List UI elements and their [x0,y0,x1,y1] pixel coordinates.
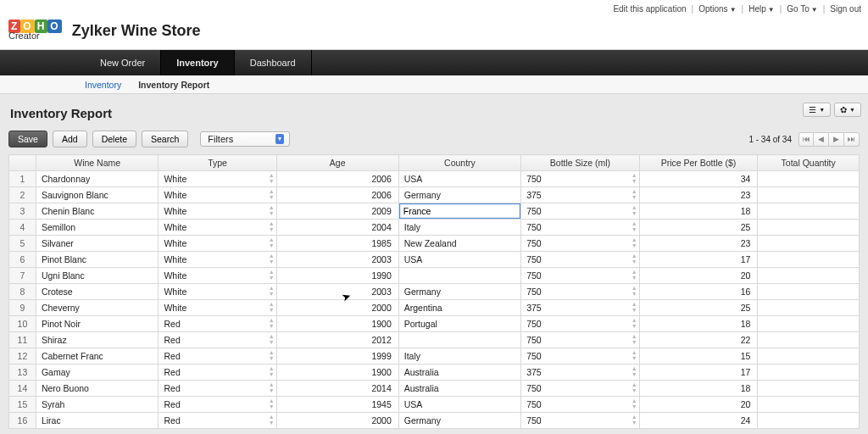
stepper-icon[interactable]: ▲▼ [632,365,637,377]
cell-price[interactable]: 24 [639,413,758,429]
stepper-icon[interactable]: ▲▼ [632,414,637,426]
stepper-icon[interactable]: ▲▼ [632,220,637,232]
cell-country[interactable]: Germany [398,284,520,300]
cell-qty[interactable] [758,268,860,284]
cell-bottle[interactable]: 750▲▼ [521,397,640,413]
cell-type[interactable]: White▲▼ [159,220,276,236]
stepper-icon[interactable]: ▲▼ [632,285,637,297]
cell-bottle[interactable]: 750▲▼ [521,316,640,332]
cell-price[interactable]: 16 [639,284,758,300]
cell-age[interactable]: 1900 [276,316,398,332]
cell-age[interactable]: 2003 [276,252,398,268]
help-menu[interactable]: Help▼ [748,4,775,14]
cell-country[interactable]: New Zealand [398,236,520,252]
cell-price[interactable]: 18 [639,316,758,332]
settings-menu-button[interactable]: ✿▼ [834,103,861,117]
cell-bottle[interactable]: 375▲▼ [521,364,640,381]
cell-wine-name[interactable]: Cabernet Franc [36,348,159,364]
cell-wine-name[interactable]: Lirac [36,413,159,429]
stepper-icon[interactable]: ▲▼ [632,349,637,361]
breadcrumb-inventory[interactable]: Inventory [85,80,121,90]
col-price[interactable]: Price Per Bottle ($) [639,155,758,171]
cell-type[interactable]: Red▲▼ [159,381,276,397]
cell-type[interactable]: White▲▼ [159,236,276,252]
stepper-icon[interactable]: ▲▼ [269,236,275,248]
cell-type[interactable]: White▲▼ [159,284,276,300]
cell-qty[interactable] [758,252,860,268]
stepper-icon[interactable]: ▲▼ [269,365,275,377]
cell-age[interactable]: 1900 [276,364,398,381]
col-country[interactable]: Country [398,155,520,171]
cell-price[interactable]: 17 [639,252,758,268]
cell-qty[interactable] [758,187,860,203]
col-age[interactable]: Age [276,155,398,171]
cell-country[interactable]: Germany [398,187,520,203]
cell-price[interactable]: 23 [639,187,758,203]
cell-qty[interactable] [758,236,860,252]
edit-app-link[interactable]: Edit this application [613,4,686,14]
stepper-icon[interactable]: ▲▼ [632,188,637,200]
col-wine-name[interactable]: Wine Name [36,155,159,171]
col-bottle[interactable]: Bottle Size (ml) [521,155,640,171]
cell-price[interactable]: 18 [639,203,758,220]
cell-qty[interactable] [758,381,860,397]
save-button[interactable]: Save [8,131,47,147]
stepper-icon[interactable]: ▲▼ [269,398,275,409]
stepper-icon[interactable]: ▲▼ [632,381,637,393]
search-button[interactable]: Search [142,131,188,147]
stepper-icon[interactable]: ▲▼ [269,317,275,329]
cell-price[interactable]: 20 [639,268,758,284]
stepper-icon[interactable]: ▲▼ [632,172,637,184]
stepper-icon[interactable]: ▲▼ [269,381,275,393]
cell-wine-name[interactable]: Sauvignon Blanc [36,187,159,203]
cell-age[interactable]: 2006 [276,171,398,187]
cell-bottle[interactable]: 750▲▼ [521,332,640,348]
cell-type[interactable]: White▲▼ [159,300,276,316]
stepper-icon[interactable]: ▲▼ [632,269,637,281]
cell-price[interactable]: 25 [639,220,758,236]
filters-dropdown[interactable]: Filters ▾ [200,131,290,147]
cell-wine-name[interactable]: Semillon [36,220,159,236]
cell-type[interactable]: White▲▼ [159,268,276,284]
stepper-icon[interactable]: ▲▼ [632,398,637,409]
tab-inventory[interactable]: Inventory [161,50,235,75]
stepper-icon[interactable]: ▲▼ [269,188,275,200]
cell-bottle[interactable]: 750▲▼ [521,268,640,284]
cell-wine-name[interactable]: Shiraz [36,332,159,348]
cell-qty[interactable] [758,171,860,187]
cell-bottle[interactable]: 750▲▼ [521,381,640,397]
cell-age[interactable]: 2012 [276,332,398,348]
stepper-icon[interactable]: ▲▼ [269,349,275,361]
cell-qty[interactable] [758,364,860,381]
cell-country[interactable]: USA [398,171,520,187]
cell-bottle[interactable]: 375▲▼ [521,300,640,316]
cell-bottle[interactable]: 750▲▼ [521,220,640,236]
cell-country[interactable]: Argentina [398,300,520,316]
cell-type[interactable]: White▲▼ [159,187,276,203]
cell-price[interactable]: 20 [639,397,758,413]
cell-type[interactable]: Red▲▼ [159,316,276,332]
cell-price[interactable]: 25 [639,300,758,316]
cell-qty[interactable] [758,284,860,300]
pager-next[interactable]: ▶ [829,132,844,147]
cell-qty[interactable] [758,332,860,348]
cell-country[interactable]: Australia [398,381,520,397]
cell-qty[interactable] [758,413,860,429]
stepper-icon[interactable]: ▲▼ [269,204,275,216]
options-menu[interactable]: Options▼ [698,4,736,14]
tab-dashboard[interactable]: Dashboard [235,50,312,75]
stepper-icon[interactable]: ▲▼ [269,301,275,313]
cell-age[interactable]: 1985 [276,236,398,252]
cell-price[interactable]: 15 [639,348,758,364]
signout-link[interactable]: Sign out [830,4,861,14]
pager-last[interactable]: ⏭ [844,132,860,147]
cell-bottle[interactable]: 375▲▼ [521,187,640,203]
cell-bottle[interactable]: 750▲▼ [521,203,640,220]
cell-price[interactable]: 17 [639,364,758,381]
cell-country[interactable]: Italy [398,348,520,364]
cell-qty[interactable] [758,220,860,236]
pager-first[interactable]: ⏮ [798,132,814,147]
stepper-icon[interactable]: ▲▼ [269,220,275,232]
cell-bottle[interactable]: 750▲▼ [521,252,640,268]
cell-wine-name[interactable]: Syrah [36,397,159,413]
